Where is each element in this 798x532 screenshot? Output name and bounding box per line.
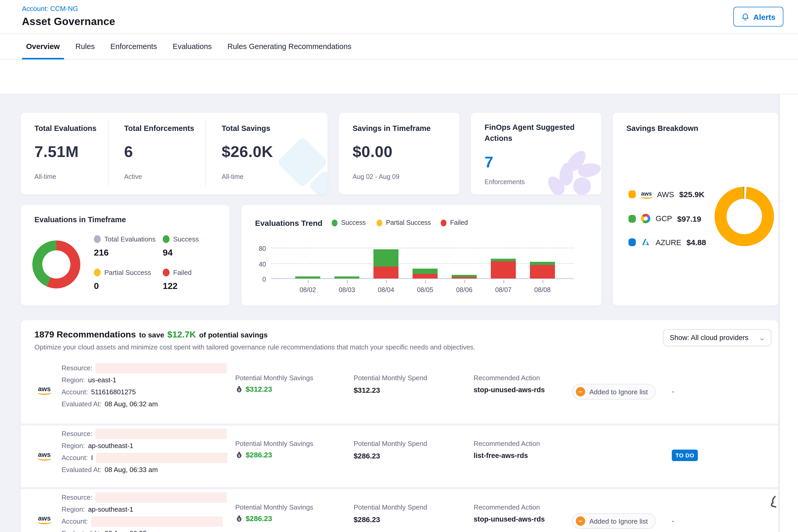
total-savings-caption: All-time	[222, 173, 243, 180]
tab-enforcements[interactable]: Enforcements	[110, 34, 157, 59]
x-axis-tick-label: 08/03	[328, 286, 365, 293]
bar-segment-success	[374, 249, 398, 267]
empty-cell-dash: -	[672, 387, 674, 395]
aws-legend-value: $25.9K	[679, 190, 705, 199]
partial-legend-label: Partial Success	[104, 269, 151, 277]
evaluated-line: Evaluated At: 08 Aug, 06:32 am	[61, 398, 158, 410]
minus-icon: –	[576, 516, 585, 526]
region-label: Region:	[61, 506, 85, 513]
gcp-legend-dot	[628, 215, 636, 223]
total-savings-title: Total Savings	[222, 124, 270, 132]
partial-legend-label: Partial Success	[386, 219, 431, 226]
savings-amount: $286.23	[246, 451, 272, 459]
todo-status-badge[interactable]: TO DO	[672, 450, 698, 461]
recommendations-mid-text: to save	[139, 331, 164, 339]
region-line: Region: ap-southeast-1	[61, 440, 133, 452]
cloud-provider-filter-dropdown[interactable]: Show: All cloud providers ⌄	[663, 329, 772, 346]
total-enforcements-value: 6	[124, 143, 133, 160]
aws-logo-icon: aws	[641, 190, 652, 196]
money-bag-icon: $	[235, 515, 243, 522]
donut-hole	[42, 250, 71, 279]
gridline-40	[271, 263, 574, 264]
resource-line: Resource:	[61, 491, 227, 503]
region-label: Region:	[61, 442, 85, 450]
bar-segment-failed	[452, 277, 477, 279]
resource-label: Resource:	[61, 493, 93, 501]
aws-legend-label: AWS	[657, 190, 674, 198]
gcp-legend-value: $97.19	[677, 214, 701, 223]
minus-icon: –	[576, 387, 585, 396]
tab-rules-generating-recommendations[interactable]: Rules Generating Recommendations	[227, 34, 352, 59]
bell-icon	[741, 12, 749, 21]
action-value: list-free-aws-rds	[474, 452, 528, 459]
ignore-status-pill[interactable]: – Added to Ignore list	[572, 513, 656, 529]
region-line: Region: us-east-1	[61, 374, 116, 386]
recommendation-row[interactable]: aws Resource: Region: ap-southeast-1 Acc…	[21, 423, 778, 487]
x-axis-tick-label: 08/05	[407, 286, 443, 293]
y-axis-tick-label: 40	[250, 261, 266, 268]
savings-timeframe-value: $0.00	[353, 143, 393, 160]
spend-value: $286.23	[354, 515, 380, 524]
alerts-button[interactable]: Alerts	[733, 7, 783, 26]
legend-item-azure: AZURE $4.88	[628, 238, 706, 247]
savings-value: $ $286.23	[235, 514, 272, 522]
x-axis-tick-mark	[347, 280, 348, 283]
mouse-cursor-artifact	[770, 495, 777, 509]
account-label: Account:	[61, 454, 88, 461]
azure-legend-value: $4.88	[686, 238, 706, 247]
bar-segment-success	[413, 269, 438, 274]
totals-card: Total Evaluations 7.51M All-time Total E…	[21, 113, 327, 194]
tab-overview[interactable]: Overview	[26, 34, 60, 59]
svg-text:$: $	[238, 388, 240, 392]
aws-provider-icon: aws	[37, 514, 52, 524]
status-label: Added to Ignore list	[589, 388, 648, 396]
savings-value: $ $312.23	[235, 385, 272, 393]
filter-bar: aws Last 7 Days ▼	[0, 59, 798, 94]
redacted-resource-value	[96, 492, 227, 502]
failed-legend-dot	[441, 219, 446, 226]
resource-label: Resource:	[61, 364, 93, 372]
aws-provider-icon: aws	[37, 385, 52, 394]
redacted-resource-value	[96, 429, 227, 439]
resource-line: Resource:	[61, 362, 227, 374]
spend-value: $312.23	[354, 386, 380, 394]
tab-rules[interactable]: Rules	[75, 34, 95, 59]
ignore-status-pill[interactable]: – Added to Ignore list	[572, 384, 656, 400]
total-enforcements-caption: Active	[124, 173, 142, 180]
finops-agent-value: 7	[484, 153, 493, 171]
y-axis-tick-label: 0	[250, 276, 266, 283]
evaluations-timeframe-title: Evaluations in Timeframe	[34, 215, 126, 224]
savings-amount: $286.23	[246, 514, 272, 522]
failed-legend-dot	[163, 269, 170, 277]
legend-item-failed: Failed	[163, 269, 192, 277]
total-enforcements-title: Total Enforcements	[124, 124, 194, 132]
total-legend-label: Total Evaluations	[104, 235, 156, 243]
evaluated-value: 08 Aug, 06:32 am	[104, 529, 158, 532]
action-value: stop-unused-aws-rds	[474, 386, 545, 394]
finops-agent-card: FinOps Agent Suggested Actions 7 Enforce…	[471, 113, 601, 194]
tab-evaluations[interactable]: Evaluations	[173, 34, 212, 59]
finops-agent-title: FinOps Agent Suggested Actions	[484, 122, 581, 144]
evaluations-timeframe-card: Evaluations in Timeframe Total Evaluatio…	[21, 205, 229, 306]
evaluated-value: 08 Aug, 06:33 am	[104, 466, 158, 474]
x-axis-tick-mark	[543, 280, 543, 283]
trend-legend-partial: Partial Success	[377, 219, 431, 226]
recommendations-card: 1879 Recommendations to save $12.7K of p…	[21, 320, 778, 532]
recommendation-row[interactable]: aws Resource: Region: us-east-1 Account:…	[21, 360, 778, 423]
account-label: Account:	[61, 388, 88, 396]
bar-segment-failed	[491, 261, 516, 279]
page-title: Asset Governance	[22, 16, 115, 27]
success-legend-value: 94	[163, 248, 173, 258]
total-savings-value: $26.0K	[222, 143, 273, 160]
redacted-account-value	[96, 453, 227, 463]
recommendations-list: aws Resource: Region: us-east-1 Account:…	[21, 360, 778, 532]
account-line: Account:	[61, 515, 223, 527]
account-breadcrumb-link[interactable]: Account: CCM-NG	[22, 5, 78, 13]
region-line: Region: ap-southeast-1	[61, 503, 133, 515]
donut-hole	[726, 199, 762, 234]
bar-segment-failed	[374, 267, 398, 279]
recommendation-row[interactable]: aws Resource: Region: ap-southeast-1 Acc…	[21, 487, 778, 532]
scrollbar-gutter[interactable]	[779, 94, 798, 532]
x-axis-tick-label: 08/02	[289, 286, 326, 293]
bar-segment-success	[334, 277, 359, 279]
